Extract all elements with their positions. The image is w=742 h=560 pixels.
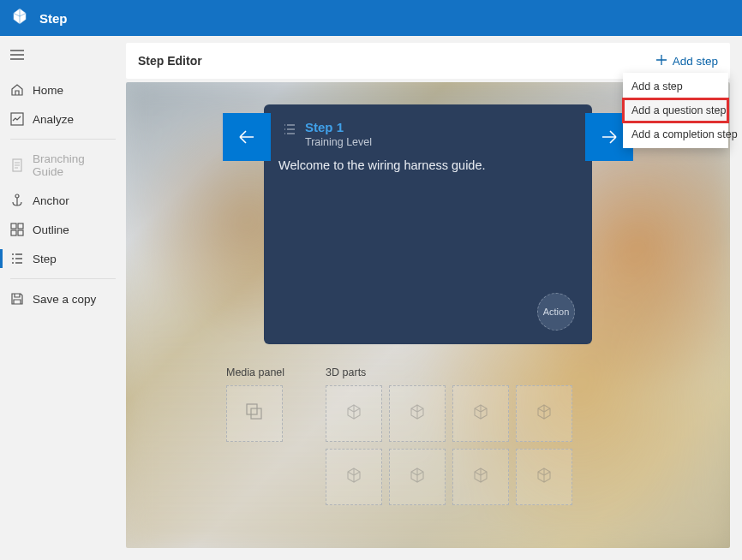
sidebar-item-outline[interactable]: Outline bbox=[0, 215, 126, 244]
add-step-label: Add step bbox=[673, 55, 718, 68]
sidebar-item-label: Step bbox=[33, 253, 57, 265]
list-icon bbox=[10, 252, 24, 265]
sidebar-item-step[interactable]: Step bbox=[0, 244, 126, 273]
sidebar-item-save-copy[interactable]: Save a copy bbox=[0, 284, 126, 313]
part-slot[interactable] bbox=[326, 449, 382, 505]
part-slot[interactable] bbox=[516, 385, 572, 442]
action-label: Action bbox=[543, 307, 570, 317]
part-slot[interactable] bbox=[516, 449, 572, 505]
part-slot[interactable] bbox=[452, 449, 509, 505]
sidebar-item-home[interactable]: Home bbox=[0, 75, 126, 104]
media-panel-label: Media panel bbox=[226, 366, 284, 378]
step-subtitle: Training Level bbox=[305, 136, 372, 148]
cube-icon bbox=[345, 403, 362, 424]
analyze-icon bbox=[10, 112, 24, 126]
svg-rect-3 bbox=[11, 223, 16, 229]
cube-icon bbox=[345, 467, 362, 487]
add-step-dropdown: Add a step Add a question step Add a com… bbox=[623, 73, 728, 148]
sidebar-item-anchor[interactable]: Anchor bbox=[0, 186, 126, 215]
step-title: Step 1 bbox=[305, 120, 372, 134]
action-badge[interactable]: Action bbox=[537, 293, 575, 331]
svg-rect-5 bbox=[11, 230, 16, 235]
sidebar: Home Analyze Branching Guide Anchor Outl… bbox=[0, 36, 126, 560]
sidebar-item-label: Home bbox=[33, 84, 63, 97]
sidebar-item-label: Save a copy bbox=[33, 293, 96, 306]
cube-icon bbox=[409, 403, 426, 424]
cube-icon bbox=[472, 403, 489, 424]
canvas: Step 1 Training Level Welcome to the wir… bbox=[126, 82, 730, 548]
part-slot[interactable] bbox=[326, 385, 382, 442]
dropdown-item-add-completion-step[interactable]: Add a completion step bbox=[623, 122, 728, 146]
part-slot[interactable] bbox=[389, 385, 446, 442]
svg-rect-4 bbox=[18, 223, 23, 229]
part-slot[interactable] bbox=[389, 449, 446, 505]
sidebar-item-label: Analyze bbox=[33, 113, 74, 126]
part-slot[interactable] bbox=[452, 385, 509, 442]
app-logo-icon bbox=[10, 7, 29, 29]
anchor-icon bbox=[10, 194, 24, 207]
dropdown-item-add-step[interactable]: Add a step bbox=[623, 74, 728, 98]
cube-icon bbox=[409, 467, 426, 487]
media-icon bbox=[245, 402, 264, 425]
svg-rect-7 bbox=[247, 404, 257, 414]
hamburger-icon[interactable] bbox=[0, 43, 126, 69]
sidebar-item-label: Branching Guide bbox=[33, 152, 116, 178]
sidebar-item-branching-guide[interactable]: Branching Guide bbox=[0, 145, 126, 186]
dropdown-item-add-question-step[interactable]: Add a question step bbox=[623, 98, 728, 122]
media-slot[interactable] bbox=[226, 385, 283, 442]
grid-icon bbox=[10, 223, 24, 236]
svg-rect-8 bbox=[251, 408, 261, 419]
editor-title: Step Editor bbox=[138, 54, 202, 68]
svg-point-2 bbox=[15, 194, 19, 198]
svg-rect-6 bbox=[18, 230, 23, 235]
document-icon bbox=[10, 158, 24, 172]
cube-icon bbox=[536, 403, 553, 424]
plus-icon bbox=[655, 54, 667, 69]
svg-rect-0 bbox=[11, 113, 23, 125]
step-content[interactable]: Welcome to the wiring harness guide. bbox=[278, 158, 573, 172]
app-title: Step bbox=[39, 11, 68, 26]
prev-step-button[interactable] bbox=[223, 113, 271, 161]
add-step-button[interactable]: Add step bbox=[655, 54, 718, 69]
save-icon bbox=[10, 292, 24, 306]
cube-icon bbox=[472, 467, 489, 487]
parts-panel-label: 3D parts bbox=[326, 366, 572, 378]
sidebar-item-analyze[interactable]: Analyze bbox=[0, 104, 126, 134]
cube-icon bbox=[536, 467, 553, 487]
step-card: Step 1 Training Level Welcome to the wir… bbox=[264, 104, 592, 344]
home-icon bbox=[10, 83, 24, 97]
sidebar-item-label: Anchor bbox=[33, 194, 69, 207]
sidebar-item-label: Outline bbox=[33, 223, 69, 236]
numbered-list-icon bbox=[283, 122, 296, 140]
